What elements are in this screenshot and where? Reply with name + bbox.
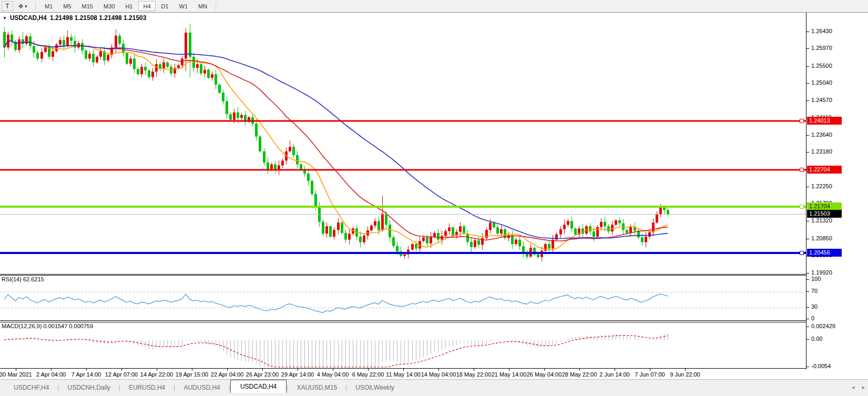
macd-canvas[interactable] <box>0 322 806 368</box>
text-tool-button[interactable]: T <box>2 1 13 11</box>
time-tick-label: 9 Jun 22:00 <box>670 371 700 378</box>
price-line-label[interactable]: 1.20456 <box>807 249 842 257</box>
time-tick-label: 18 May 22:00 <box>456 371 492 378</box>
top-toolbar: T ❖ ▾ M1M5M15M30H1H4D1W1MN <box>0 0 868 13</box>
timeframe-button-H4[interactable]: H4 <box>138 1 155 11</box>
price-line-label[interactable]: 1.21704 <box>807 202 842 210</box>
toolbar-grip <box>35 2 36 10</box>
timeframe-button-D1[interactable]: D1 <box>157 1 173 11</box>
tabs-scroll-left-button[interactable]: ◂ <box>852 384 855 391</box>
time-tick-label: 22 Apr 04:00 <box>211 371 243 378</box>
time-tick-label: 28 May 22:00 <box>562 371 597 378</box>
time-tick-mark <box>262 369 263 371</box>
arrows-icon: ❖ <box>18 3 24 10</box>
tab-usdcnh-daily[interactable]: USDCNH,Daily <box>59 382 118 393</box>
time-tick-mark <box>16 369 16 371</box>
time-tick-label: 4 May 04:00 <box>317 371 349 378</box>
chart-symbol-label: USDCAD,H4 <box>10 14 47 22</box>
timeframe-button-M5[interactable]: M5 <box>58 1 76 11</box>
time-tick-mark <box>615 369 615 371</box>
rsi-tick-label: 30 <box>811 303 818 310</box>
time-tick-mark <box>51 369 52 371</box>
tab-usdchf-h4[interactable]: USDCHF,H4 <box>5 382 57 393</box>
time-tick-label: 2 Apr 04:00 <box>36 371 66 378</box>
tab-xauusd-m15[interactable]: XAUUSD,M15 <box>288 382 345 393</box>
arrows-tool-button[interactable]: ❖ ▾ <box>13 1 32 11</box>
timeframe-button-W1[interactable]: W1 <box>175 1 193 11</box>
time-tick-label: 14 Apr 22:00 <box>140 371 173 378</box>
time-tick-label: 6 May 22:00 <box>352 371 384 378</box>
price-tick-mark <box>806 273 809 273</box>
price-tick-label: 1.25500 <box>811 63 832 69</box>
time-tick-mark <box>192 369 192 371</box>
time-tick-mark <box>438 369 439 371</box>
time-tick-mark <box>650 369 650 371</box>
price-tick-mark <box>806 100 809 101</box>
price-line-label[interactable]: 1.24013 <box>807 117 842 125</box>
price-tick-mark <box>806 152 809 153</box>
rsi-tick-mark <box>806 279 809 280</box>
timeframe-button-M1[interactable]: M1 <box>40 1 57 11</box>
time-tick-label: 21 May 14:00 <box>492 371 527 378</box>
time-tick-label: 7 Jun 07:00 <box>635 371 665 378</box>
chart-tabs-bar: USDCHF,H4|USDCNH,Daily|EURUSD,H4|AUDUSD,… <box>0 379 868 393</box>
tab-audusd-h4[interactable]: AUDUSD,H4 <box>175 382 228 393</box>
collapse-triangle-icon[interactable]: ▼ <box>3 16 7 21</box>
price-tick-mark <box>806 239 809 239</box>
rsi-canvas[interactable] <box>0 276 806 320</box>
macd-tick-mark <box>806 367 809 367</box>
time-tick-mark <box>227 369 228 371</box>
chart-window: ▼ USDCAD,H4 1.21498 1.21508 1.21498 1.21… <box>0 12 868 380</box>
rsi-label: RSI(14) 62.6215 <box>2 276 44 282</box>
timeframe-button-M30[interactable]: M30 <box>99 1 119 11</box>
time-tick-label: 19 Apr 15:00 <box>176 371 208 378</box>
macd-label: MACD(12,26,9) 0.001547 0.000759 <box>2 323 93 329</box>
time-tick-mark <box>403 369 404 371</box>
price-tick-label: 1.25970 <box>811 45 832 51</box>
time-tick-label: 14 May 04:00 <box>421 371 456 378</box>
time-tick-label: 30 Mar 2021 <box>0 371 32 378</box>
tab-usoil-weekly[interactable]: USOil,Weekly <box>347 382 403 393</box>
time-axis: 30 Mar 20212 Apr 04:007 Apr 14:0012 Apr … <box>0 369 806 380</box>
time-tick-label: 11 May 14:00 <box>386 371 421 378</box>
price-tick-mark <box>806 135 809 136</box>
time-tick-mark <box>509 369 509 371</box>
timeframe-button-MN[interactable]: MN <box>193 1 212 11</box>
price-tick-mark <box>806 66 809 67</box>
time-tick-label: 12 Apr 07:00 <box>105 371 138 378</box>
toolbar-grip <box>216 2 217 10</box>
tab-eurusd-h4[interactable]: EURUSD,H4 <box>120 382 173 393</box>
timeframe-button-M15[interactable]: M15 <box>77 1 98 11</box>
price-tick-label: 1.25040 <box>811 79 832 86</box>
price-tick-mark <box>806 32 809 32</box>
macd-tick-mark <box>806 327 809 327</box>
tabs-scroll-right-button[interactable]: ▸ <box>862 384 865 391</box>
timeframe-button-H1[interactable]: H1 <box>120 1 137 11</box>
time-tick-mark <box>86 369 87 371</box>
time-tick-label: 29 Apr 14:00 <box>281 371 314 378</box>
time-tick-mark <box>544 369 545 371</box>
price-line-label[interactable]: 1.22704 <box>807 166 842 174</box>
price-tick-label: 1.22250 <box>811 183 832 189</box>
chart-title: ▼ USDCAD,H4 1.21498 1.21508 1.21498 1.21… <box>3 14 146 22</box>
time-tick-mark <box>579 369 580 371</box>
chart-ohlc-quotes: 1.21498 1.21508 1.21498 1.21503 <box>50 14 147 22</box>
price-tick-label: 1.24570 <box>811 97 832 103</box>
timeframe-toolbar: M1M5M15M30H1H4D1W1MN <box>39 0 212 12</box>
time-tick-label: 26 May 04:00 <box>527 371 562 378</box>
time-tick-label: 7 Apr 14:00 <box>72 371 101 378</box>
tab-usdcad-h4[interactable]: USDCAD,H4 <box>230 380 287 393</box>
macd-tick-label: -0.0054 <box>811 363 831 369</box>
rsi-tick-label: 100 <box>811 276 821 282</box>
price-chart-canvas[interactable] <box>0 13 806 274</box>
time-tick-label: 26 Apr 23:00 <box>246 371 279 378</box>
chart-tabs: USDCHF,H4|USDCNH,Daily|EURUSD,H4|AUDUSD,… <box>0 380 403 393</box>
time-tick-mark <box>157 369 157 371</box>
text-tool-icon: T <box>5 3 9 10</box>
tabs-scroll-nav: ◂ ▸ <box>852 384 865 391</box>
time-tick-mark <box>298 369 298 371</box>
price-axis: 1.264301.259701.255001.250401.245701.241… <box>806 13 868 380</box>
rsi-tick-label: 0 <box>811 315 814 321</box>
price-tick-mark <box>806 48 809 49</box>
macd-panel: MACD(12,26,9) 0.001547 0.000759 <box>0 322 806 369</box>
